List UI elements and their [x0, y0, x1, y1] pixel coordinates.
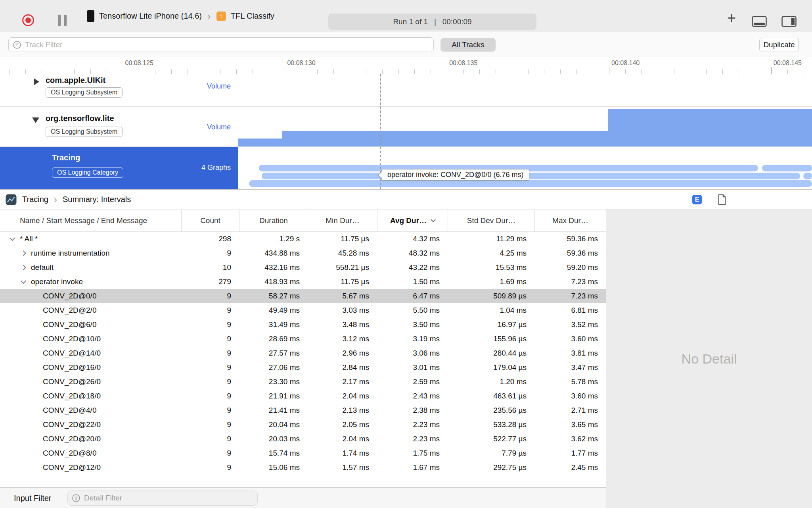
table-row[interactable]: default10432.16 ms558.21 µs43.22 ms15.53… [0, 260, 606, 275]
ruler-minor-tick [350, 69, 350, 74]
toolbar: Tensorflow Lite iPhone (14.6) › ↑ TFL Cl… [0, 0, 812, 32]
extended-detail-button[interactable]: E [692, 195, 702, 204]
cell-name: CONV_2D@2/0 [0, 306, 181, 315]
track-filter-field[interactable] [8, 37, 434, 52]
interval-capsule[interactable] [262, 173, 800, 179]
ruler-minor-tick [593, 69, 593, 74]
cell-duration: 49.49 ms [239, 306, 308, 315]
table-row[interactable]: CONV_2D@16/0927.06 ms2.84 ms3.01 ms179.0… [0, 360, 606, 375]
disclosure-expanded-icon[interactable] [32, 117, 39, 123]
interval-capsule[interactable] [249, 180, 812, 187]
table-row[interactable]: CONV_2D@2/0949.49 ms3.03 ms5.50 ms1.04 m… [0, 303, 606, 318]
cell-std: 16.97 µs [448, 320, 534, 329]
cell-min: 2.13 ms [308, 406, 377, 415]
ruler-minor-tick [658, 69, 658, 74]
cell-duration: 27.06 ms [239, 363, 308, 372]
interval-name: CONV_2D@18/0 [43, 392, 101, 400]
ruler-minor-tick [139, 69, 139, 74]
column-header-count[interactable]: Count [181, 210, 239, 232]
cell-max: 3.47 ms [534, 363, 606, 372]
cell-name: * All * [0, 235, 181, 243]
cell-count: 9 [181, 249, 239, 258]
ruler-minor-tick [625, 69, 626, 74]
track-row-tracing[interactable]: Tracing OS Logging Category 4 Graphs [0, 147, 812, 189]
interval-capsule[interactable] [803, 173, 812, 179]
cell-std: 155.96 µs [448, 335, 534, 343]
track-filter-input[interactable] [25, 40, 433, 49]
cell-min: 2.05 ms [308, 420, 377, 429]
volume-segment [608, 109, 812, 146]
toggle-bottom-panel-button[interactable] [752, 16, 767, 29]
column-header-avg[interactable]: Avg Dur… [377, 210, 448, 232]
column-header-min[interactable]: Min Dur… [308, 210, 377, 232]
table-row[interactable]: runtime instrumentation9434.88 ms45.28 m… [0, 246, 606, 260]
cell-max: 3.81 ms [534, 349, 606, 358]
track-header-tracing[interactable]: Tracing OS Logging Category 4 Graphs [0, 147, 238, 189]
disclosure-collapsed-icon[interactable] [34, 78, 39, 85]
detail-filter-input[interactable] [84, 494, 257, 502]
cell-duration: 15.06 ms [239, 463, 308, 472]
disclosure-collapsed-icon[interactable] [21, 265, 26, 270]
all-tracks-button[interactable]: All Tracks [440, 38, 496, 52]
track-header-uikit[interactable]: com.apple.UIKit OS Logging Subsystem Vol… [0, 74, 238, 106]
device-app-picker[interactable]: Tensorflow Lite iPhone (14.6) › ↑ TFL Cl… [87, 0, 274, 32]
cell-avg: 3.19 ms [377, 335, 448, 343]
tracing-track-lane[interactable] [238, 147, 812, 189]
ruler-minor-tick [366, 69, 366, 74]
breadcrumb-current[interactable]: Summary: Intervals [63, 195, 131, 204]
ruler-minor-tick [722, 69, 723, 74]
disclosure-collapsed-icon[interactable] [21, 250, 26, 256]
table-row[interactable]: CONV_2D@14/0927.57 ms2.96 ms3.06 ms280.4… [0, 346, 606, 360]
duplicate-button[interactable]: Duplicate [759, 38, 799, 52]
document-icon[interactable] [718, 194, 726, 207]
table-row[interactable]: CONV_2D@12/0915.06 ms1.57 ms1.67 ms292.7… [0, 460, 606, 475]
cell-std: 280.44 µs [448, 349, 534, 358]
record-button[interactable] [22, 14, 34, 26]
column-header-max[interactable]: Max Dur… [534, 210, 606, 232]
cell-min: 5.67 ms [308, 292, 377, 300]
ruler-minor-tick [755, 69, 755, 74]
column-header-name[interactable]: Name / Start Message / End Message [0, 210, 181, 232]
disclosure-expanded-icon[interactable] [10, 235, 15, 241]
add-instrument-button[interactable]: + [727, 10, 736, 27]
cell-std: 179.04 µs [448, 363, 534, 372]
cell-max: 3.60 ms [534, 335, 606, 343]
track-row-tensorflow[interactable]: org.tensorflow.lite OS Logging Subsystem… [0, 107, 812, 147]
instruments-window: Tensorflow Lite iPhone (14.6) › ↑ TFL Cl… [0, 0, 812, 508]
interval-name: CONV_2D@16/0 [43, 363, 101, 372]
timeline-ruler[interactable]: 00:08.12500:08.13000:08.13500:08.14000:0… [0, 57, 812, 74]
table-row[interactable]: CONV_2D@22/0920.04 ms2.05 ms2.23 ms533.2… [0, 418, 606, 432]
table-row[interactable]: CONV_2D@20/0920.03 ms2.04 ms2.23 ms522.7… [0, 432, 606, 446]
interval-name: CONV_2D@2/0 [43, 306, 96, 315]
table-row[interactable]: CONV_2D@6/0931.49 ms3.48 ms3.50 ms16.97 … [0, 318, 606, 332]
table-row[interactable]: CONV_2D@4/0921.41 ms2.13 ms2.38 ms235.56… [0, 403, 606, 418]
table-row[interactable]: * All *2981.29 s11.75 µs4.32 ms11.29 ms5… [0, 232, 606, 246]
table-row[interactable]: CONV_2D@10/0928.69 ms3.12 ms3.19 ms155.9… [0, 332, 606, 346]
interval-capsule[interactable] [762, 165, 812, 171]
cell-name: operator invoke [0, 277, 181, 286]
track-header-tensorflow[interactable]: org.tensorflow.lite OS Logging Subsystem… [0, 107, 238, 146]
cell-avg: 1.50 ms [377, 277, 448, 286]
detail-filter-field[interactable] [67, 491, 258, 506]
cell-count: 9 [181, 306, 239, 315]
disclosure-expanded-icon[interactable] [21, 278, 26, 283]
cell-min: 45.28 ms [308, 249, 377, 258]
uikit-track-lane[interactable] [238, 74, 812, 106]
interval-name: CONV_2D@20/0 [43, 435, 101, 443]
table-row[interactable]: operator invoke279418.93 ms11.75 µs1.50 … [0, 275, 606, 289]
cell-count: 9 [181, 349, 239, 358]
interval-name: CONV_2D@22/0 [43, 420, 101, 429]
cell-min: 558.21 µs [308, 263, 377, 272]
table-row[interactable]: CONV_2D@26/0923.30 ms2.17 ms2.59 ms1.20 … [0, 375, 606, 389]
pause-button[interactable] [58, 15, 67, 26]
track-row-uikit[interactable]: com.apple.UIKit OS Logging Subsystem Vol… [0, 74, 812, 107]
column-header-stddev[interactable]: Std Dev Dur… [448, 210, 534, 232]
bottom-bar: Input Filter [0, 487, 606, 508]
tensorflow-track-lane[interactable] [238, 107, 812, 146]
table-row[interactable]: CONV_2D@8/0915.74 ms1.74 ms1.75 ms7.79 µ… [0, 446, 606, 460]
table-row[interactable]: CONV_2D@0/0958.27 ms5.67 ms6.47 ms509.89… [0, 289, 606, 303]
table-row[interactable]: CONV_2D@18/0921.91 ms2.04 ms2.43 ms463.6… [0, 389, 606, 403]
column-header-duration[interactable]: Duration [239, 210, 308, 232]
toggle-right-panel-button[interactable] [781, 16, 797, 29]
breadcrumb-root[interactable]: Tracing [22, 195, 48, 204]
